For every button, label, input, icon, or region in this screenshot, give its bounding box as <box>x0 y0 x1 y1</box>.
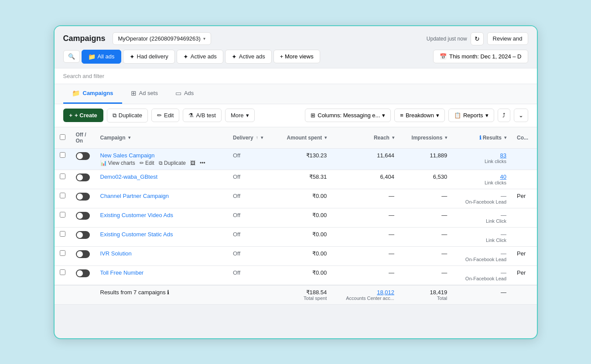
image-action[interactable]: 🖼 <box>190 160 195 166</box>
reach-cell: — <box>332 246 400 265</box>
more-views-button[interactable]: + More views <box>273 50 320 63</box>
th-cost-label: Co... <box>517 135 528 141</box>
search-icon-button[interactable]: 🔍 <box>63 50 80 63</box>
breakdown-chevron-icon: ▾ <box>436 112 439 119</box>
select-all-checkbox[interactable] <box>60 134 65 140</box>
entity-tabs: 📁 Campaigns ⊞ Ad sets ▭ Ads <box>55 84 537 104</box>
th-amount-spent[interactable]: Amount spent ▾ <box>274 127 332 149</box>
view-charts-action[interactable]: 📊 View charts <box>100 160 135 166</box>
campaign-cell: IVR Solution <box>95 246 228 265</box>
top-bar: Campaigns MyOperator (226080979469263) ▾… <box>55 26 537 50</box>
th-checkbox <box>55 127 71 149</box>
footer-reach-cell: 18,012 Accounts Center acc... <box>332 285 400 305</box>
th-delivery[interactable]: Delivery ↑ ▾ <box>228 127 274 149</box>
cost-cell: Per <box>512 265 536 285</box>
result-type-label: Link clicks <box>458 180 506 185</box>
row-1-checkbox[interactable] <box>60 152 65 158</box>
edit-button[interactable]: ✏ Edit <box>151 109 179 122</box>
campaign-5-link[interactable]: Existing Customer Static Ads <box>100 231 173 238</box>
row-toggle-cell <box>71 170 95 189</box>
review-button[interactable]: Review and <box>487 32 528 45</box>
columns-button[interactable]: ⊞ Columns: Messaging e... ▾ <box>305 109 391 122</box>
campaign-2-link[interactable]: Demo02-waba_GBtest <box>100 173 158 180</box>
ab-test-label: A/B test <box>196 112 216 119</box>
delivery-cell: Off <box>228 189 274 208</box>
campaign-2-toggle[interactable] <box>76 173 90 181</box>
breakdown-button[interactable]: ≡ Breakdown ▾ <box>394 109 445 122</box>
more-button[interactable]: More ▾ <box>225 109 255 122</box>
more-action[interactable]: ••• <box>200 160 205 166</box>
result-1-link[interactable]: 83 <box>500 152 506 159</box>
th-results[interactable]: ℹ Results ▾ <box>452 127 512 149</box>
tab-active-ads-1[interactable]: ✦ Active ads <box>177 50 223 64</box>
campaign-4-link[interactable]: Existing Customer Video Ads <box>100 212 173 218</box>
campaign-7-link[interactable]: Toll Free Number <box>100 269 144 276</box>
entity-tab-ads[interactable]: ▭ Ads <box>167 84 202 104</box>
campaign-5-toggle[interactable] <box>76 231 90 239</box>
columns-chevron-icon: ▾ <box>382 112 385 119</box>
entity-tab-campaigns[interactable]: 📁 Campaigns <box>63 84 122 104</box>
th-campaign[interactable]: Campaign ▾ <box>95 127 228 149</box>
create-button[interactable]: + + Create <box>63 109 103 122</box>
th-cost: Co... <box>512 127 536 149</box>
th-delivery-label: Delivery <box>233 135 253 141</box>
impressions-cell: — <box>400 265 452 285</box>
th-impressions[interactable]: Impressions ▾ <box>400 127 452 149</box>
campaigns-icon: 📁 <box>72 89 80 97</box>
tab-active-ads-2[interactable]: ✦ Active ads <box>225 50 272 64</box>
more-actions-button[interactable]: ⌄ <box>514 109 528 122</box>
row-3-checkbox[interactable] <box>60 193 65 198</box>
result-dash: — <box>501 212 506 218</box>
tab-all-ads[interactable]: 📁 All ads <box>82 50 121 64</box>
campaign-1-toggle[interactable] <box>76 152 90 160</box>
calendar-icon: 📅 <box>440 53 447 60</box>
export-button[interactable]: ⤴ <box>498 109 510 122</box>
ab-test-button[interactable]: ⚗ A/B test <box>183 109 222 122</box>
refresh-button[interactable]: ↻ <box>471 32 484 45</box>
reports-button[interactable]: 📋 Reports ▾ <box>448 109 494 122</box>
row-4-checkbox[interactable] <box>60 212 65 218</box>
row-toggle-cell <box>71 246 95 265</box>
entity-tab-adsets-label: Ad sets <box>139 90 158 96</box>
actions-bar: + + Create ⧉ Duplicate ✏ Edit ⚗ A/B test… <box>55 104 537 127</box>
duplicate-button[interactable]: ⧉ Duplicate <box>107 109 148 122</box>
row-7-checkbox[interactable] <box>60 269 65 275</box>
campaign-6-link[interactable]: IVR Solution <box>100 250 132 257</box>
tab-had-delivery[interactable]: ✦ Had delivery <box>123 50 175 64</box>
active-icon-2: ✦ <box>232 53 237 60</box>
create-label: + Create <box>75 112 97 119</box>
result-type-label: On-Facebook Lead <box>458 276 506 281</box>
campaign-7-toggle[interactable] <box>76 269 90 277</box>
result-type-label: Link Click <box>458 218 506 224</box>
edit-action[interactable]: ✏ Edit <box>140 160 154 166</box>
date-range-button[interactable]: 📅 This month: Dec 1, 2024 – D <box>433 50 528 63</box>
footer-reach-link[interactable]: 18,012 <box>377 289 394 296</box>
row-checkbox-cell <box>55 170 71 189</box>
duplicate-action[interactable]: ⧉ Duplicate <box>159 160 186 166</box>
th-reach[interactable]: Reach ▾ <box>332 127 400 149</box>
reach-cell: 6,404 <box>332 170 400 189</box>
delivery-cell: Off <box>228 208 274 227</box>
footer-cb-cell <box>55 285 71 305</box>
export-icon: ⤴ <box>502 112 506 119</box>
campaign-4-toggle[interactable] <box>76 212 90 220</box>
campaign-6-toggle[interactable] <box>76 250 90 258</box>
campaign-3-toggle[interactable] <box>76 193 90 201</box>
row-6-checkbox[interactable] <box>60 250 65 256</box>
entity-tab-ad-sets[interactable]: ⊞ Ad sets <box>122 84 167 104</box>
more-views-label: + More views <box>280 53 314 60</box>
edit-icon: ✏ <box>157 112 162 119</box>
results-cell: 40Link clicks <box>452 170 512 189</box>
search-filter-bar[interactable]: Search and filter <box>55 68 537 84</box>
campaign-1-link[interactable]: New Sales Campaign <box>100 152 155 159</box>
row-2-checkbox[interactable] <box>60 173 65 179</box>
footer-impressions-cell: 18,419 Total <box>400 285 452 305</box>
delivery-chevron-icon: ▾ <box>261 135 263 140</box>
ads-icon: ▭ <box>175 89 181 97</box>
campaign-3-link[interactable]: Channel Partner Campaign <box>100 193 169 199</box>
reach-cell: — <box>332 227 400 246</box>
account-selector[interactable]: MyOperator (226080979469263) ▾ <box>113 32 211 45</box>
row-5-checkbox[interactable] <box>60 231 65 237</box>
result-2-link[interactable]: 40 <box>500 173 506 180</box>
results-cell: 83Link clicks <box>452 148 512 170</box>
